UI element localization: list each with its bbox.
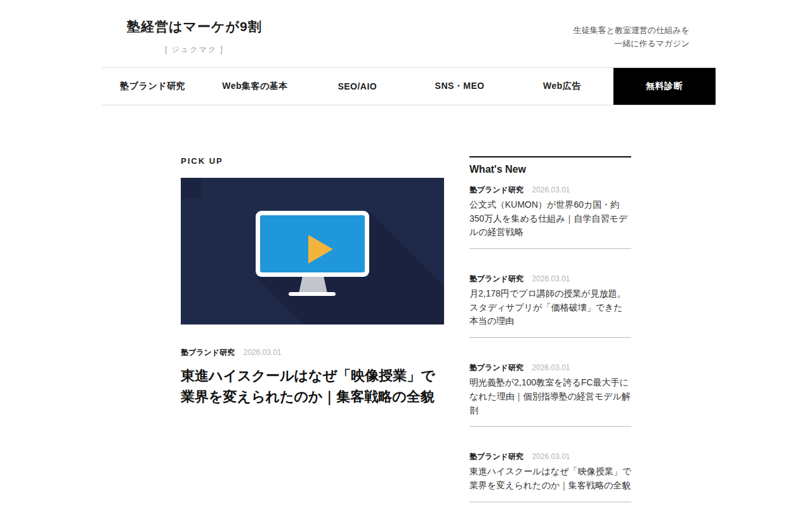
site-brand[interactable]: 塾経営はマーケが9割 [ ジュクマク ] — [127, 18, 262, 55]
pickup-label: PICK UP — [181, 156, 444, 166]
featured-category-label[interactable]: 塾ブランド研究 — [181, 348, 235, 357]
list-item[interactable]: 塾ブランド研究 2026.03.01 東進ハイスクールはなぜ「映像授業」で業界を… — [469, 452, 631, 502]
list-item[interactable]: 塾ブランド研究 2026.03.01 公文式（KUMON）が世界60カ国・約35… — [469, 185, 631, 249]
nav-item-brand-research[interactable]: 塾ブランド研究 — [102, 68, 204, 105]
list-item-title: 公文式（KUMON）が世界60カ国・約350万人を集める仕組み｜自学自習モデルの… — [469, 198, 631, 239]
site-tagline: 生徒集客と教室運営の仕組みを 一緒に作るマガジン — [573, 18, 690, 51]
play-icon — [308, 235, 333, 264]
list-item-title: 東進ハイスクールはなぜ「映像授業」で業界を変えられたのか｜集客戦略の全貌 — [469, 465, 631, 492]
list-item-title: 明光義塾が2,100教室を誇るFC最大手になれた理由｜個別指導塾の経営モデル解剖 — [469, 376, 631, 417]
site-tagline-line1: 生徒集客と教室運営の仕組みを — [573, 23, 690, 37]
list-item-category: 塾ブランド研究 — [469, 185, 523, 194]
pickup-section: PICK UP 塾ブランド研究 2026.03.01 東進ハイスクールはなぜ「映… — [181, 156, 444, 508]
main-nav: 塾ブランド研究 Web集客の基本 SEO/AIO SNS・MEO Web広告 無… — [102, 67, 716, 105]
nav-item-free-diagnosis[interactable]: 無料診断 — [613, 68, 716, 105]
list-item-date: 2026.03.01 — [532, 452, 570, 461]
nav-item-sns-meo[interactable]: SNS・MEO — [409, 68, 511, 105]
whats-new-sidebar: What's New 塾ブランド研究 2026.03.01 公文式（KUMON）… — [469, 156, 631, 508]
list-item-category: 塾ブランド研究 — [469, 452, 523, 461]
list-item-category: 塾ブランド研究 — [469, 274, 523, 283]
whats-new-heading: What's New — [469, 156, 631, 175]
list-item-category: 塾ブランド研究 — [469, 363, 523, 372]
monitor-screen-icon — [260, 215, 365, 272]
list-item-date: 2026.03.01 — [532, 363, 570, 372]
site-tagline-line2: 一緒に作るマガジン — [573, 37, 690, 50]
list-item[interactable]: 塾ブランド研究 2026.03.01 明光義塾が2,100教室を誇るFC最大手に… — [469, 363, 631, 427]
list-item-meta: 塾ブランド研究 2026.03.01 — [469, 185, 631, 195]
list-item-date: 2026.03.01 — [532, 274, 570, 283]
list-item-date: 2026.03.01 — [532, 185, 570, 194]
monitor-base-icon — [289, 292, 336, 296]
nav-item-web-ads[interactable]: Web広告 — [511, 68, 613, 105]
featured-date: 2026.03.01 — [243, 348, 281, 357]
list-item-meta: 塾ブランド研究 2026.03.01 — [469, 452, 631, 462]
nav-item-seo-aio[interactable]: SEO/AIO — [306, 68, 409, 105]
hero-corner-shade — [181, 178, 202, 199]
monitor-icon — [256, 211, 369, 277]
list-item-meta: 塾ブランド研究 2026.03.01 — [469, 274, 631, 284]
site-subtitle: [ ジュクマク ] — [127, 44, 262, 55]
list-item-meta: 塾ブランド研究 2026.03.01 — [469, 363, 631, 373]
featured-article-thumbnail[interactable] — [181, 178, 444, 324]
list-item[interactable]: 塾ブランド研究 2026.03.01 月2,178円でプロ講師の授業が見放題。ス… — [469, 274, 631, 338]
list-item-title: 月2,178円でプロ講師の授業が見放題。スタディサプリが「価格破壊」できた本当の… — [469, 287, 631, 328]
featured-article-meta: 塾ブランド研究 2026.03.01 — [181, 348, 444, 358]
site-title[interactable]: 塾経営はマーケが9割 — [127, 18, 262, 36]
content-area: PICK UP 塾ブランド研究 2026.03.01 東進ハイスクールはなぜ「映… — [181, 156, 631, 508]
monitor-stand-icon — [299, 276, 327, 293]
featured-article-title[interactable]: 東進ハイスクールはなぜ「映像授業」で業界を変えられたのか｜集客戦略の全貌 — [181, 365, 444, 407]
nav-item-web-acquisition[interactable]: Web集客の基本 — [204, 68, 306, 105]
site-header: 塾経営はマーケが9割 [ ジュクマク ] 生徒集客と教室運営の仕組みを 一緒に作… — [127, 18, 690, 58]
